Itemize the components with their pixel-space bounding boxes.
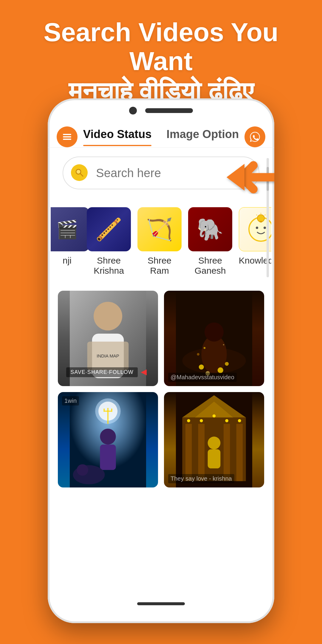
tabs: Video Status Image Option [83, 128, 239, 146]
svg-line-4 [80, 174, 83, 176]
svg-point-30 [197, 353, 199, 356]
svg-rect-1 [63, 136, 71, 137]
video-overlay-4: They say love - krishna [168, 474, 234, 483]
categories-list: 🎬 nji 🪈 Shree Krishna 🏹 Shree Ram [51, 207, 271, 282]
svg-point-7 [256, 227, 258, 229]
phone-bottom-bar [48, 596, 274, 614]
categories-section: 🎬 nji 🪈 Shree Krishna 🏹 Shree Ram [48, 207, 274, 291]
svg-point-29 [223, 344, 224, 345]
search-icon [71, 164, 88, 182]
whatsapp-button[interactable] [244, 126, 265, 147]
category-thumb-partial: 🎬 [51, 207, 89, 251]
save-share-bar: SAVE·SHARE·FOLLOW [58, 367, 158, 377]
svg-point-51 [200, 419, 203, 422]
svg-marker-19 [141, 369, 147, 375]
video-overlay-2: @Mahadevsstatusvideo [168, 373, 237, 382]
speaker-bar [145, 108, 193, 113]
category-label-ram: Shree Ram [137, 256, 182, 276]
category-thumb-ganesh: 🐘 [188, 207, 232, 251]
save-share-text: SAVE·SHARE·FOLLOW [66, 367, 138, 377]
svg-rect-47 [236, 424, 243, 481]
video-overlay-3: 1win [62, 396, 79, 405]
svg-line-12 [265, 215, 265, 215]
svg-rect-46 [224, 424, 230, 481]
svg-point-55 [208, 436, 221, 449]
svg-point-54 [238, 419, 241, 422]
menu-button[interactable] [57, 126, 78, 147]
svg-rect-35 [100, 445, 116, 470]
svg-point-25 [225, 362, 229, 366]
svg-rect-2 [63, 139, 71, 140]
arrow-icon [218, 158, 274, 198]
tab-video-status[interactable]: Video Status [83, 128, 151, 146]
category-label-partial: nji [63, 256, 72, 266]
video-thumb-3[interactable]: 1win [58, 392, 158, 487]
category-item-krishna[interactable]: 🪈 Shree Krishna [86, 207, 131, 276]
svg-point-28 [204, 347, 205, 349]
phone-top-bar [48, 98, 274, 120]
category-label-ganesh: Shree Ganesh [188, 256, 233, 276]
svg-point-8 [264, 227, 266, 229]
home-indicator [137, 602, 185, 605]
svg-rect-45 [198, 424, 205, 481]
title-english: Search Videos You Want [18, 18, 304, 76]
svg-rect-44 [185, 424, 192, 481]
category-item-ganesh[interactable]: 🐘 Shree Ganesh [188, 207, 233, 276]
svg-point-53 [225, 419, 228, 422]
video-thumb-4[interactable]: They say love - krishna [164, 392, 264, 487]
video-grid: INDIA MAP SAVE·SHARE·FOLLOW [48, 291, 274, 487]
svg-rect-0 [63, 134, 71, 135]
svg-point-9 [257, 215, 264, 222]
category-item-partial[interactable]: 🎬 nji [54, 207, 80, 276]
svg-point-41 [77, 464, 88, 476]
svg-line-11 [256, 215, 257, 215]
svg-point-34 [100, 429, 116, 445]
svg-point-50 [187, 419, 190, 422]
svg-marker-5 [227, 164, 244, 191]
category-thumb-ram: 🏹 [137, 207, 182, 251]
video-thumb-2[interactable]: @Mahadevsstatusvideo [164, 291, 264, 386]
svg-text:INDIA MAP: INDIA MAP [97, 353, 119, 358]
svg-point-52 [213, 414, 216, 418]
video-thumb-1[interactable]: INDIA MAP SAVE·SHARE·FOLLOW [58, 291, 158, 386]
phone-frame: Video Status Image Option [48, 98, 274, 623]
category-thumb-krishna: 🪈 [87, 207, 131, 251]
svg-point-24 [199, 364, 204, 369]
svg-point-15 [94, 302, 122, 330]
tab-image-option[interactable]: Image Option [166, 128, 239, 146]
svg-rect-56 [208, 449, 221, 468]
tab-bar: Video Status Image Option [48, 120, 274, 148]
category-label-krishna: Shree Krishna [86, 256, 131, 276]
svg-point-27 [218, 367, 223, 373]
svg-point-23 [205, 323, 224, 342]
camera-dot [129, 107, 137, 114]
search-section [48, 157, 274, 207]
category-item-ram[interactable]: 🏹 Shree Ram [137, 207, 182, 276]
